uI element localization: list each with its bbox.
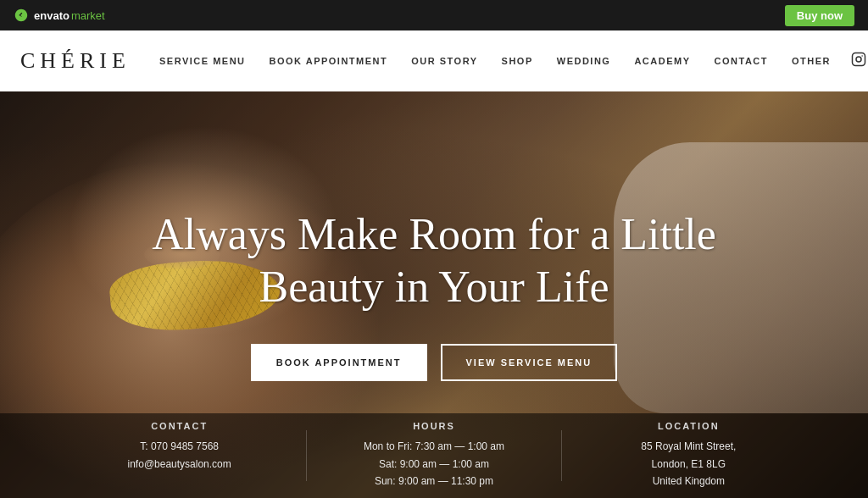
contact-phone: T: 070 9485 7568 (70, 438, 289, 455)
nav-item-wedding[interactable]: WEDDING (545, 56, 623, 66)
nav-item-academy[interactable]: ACADEMY (622, 56, 702, 66)
hours-line3: Sun: 9:00 am — 11:30 pm (324, 473, 543, 490)
location-line3: United Kingdom (579, 473, 798, 490)
view-service-menu-button[interactable]: VIEW SERVICE MENU (441, 344, 618, 381)
contact-title: CONTACT (70, 421, 289, 431)
book-appointment-button[interactable]: BOOK APPOINTMENT (251, 344, 427, 381)
hero-buttons: BOOK APPOINTMENT VIEW SERVICE MENU (152, 344, 716, 381)
location-body: 85 Royal Mint Street, London, E1 8LG Uni… (579, 438, 798, 490)
location-line2: London, E1 8LG (579, 456, 798, 473)
hero-section: Always Make Room for a Little Beauty in … (0, 91, 868, 498)
contact-email: info@beautysalon.com (70, 456, 289, 473)
svg-point-2 (861, 55, 863, 57)
nav-item-shop[interactable]: SHOP (490, 56, 545, 66)
nav-bar: CHÉRIE SERVICE MENU BOOK APPOINTMENT OUR… (0, 30, 868, 91)
envato-icon (14, 8, 29, 23)
hours-title: HOURS (324, 421, 543, 431)
instagram-icon[interactable] (851, 52, 866, 70)
svg-point-1 (856, 57, 861, 62)
hero-title: Always Make Room for a Little Beauty in … (152, 208, 716, 314)
location-column: LOCATION 85 Royal Mint Street, London, E… (562, 421, 815, 490)
nav-item-service-menu[interactable]: SERVICE MENU (147, 56, 258, 66)
hours-line2: Sat: 9:00 am — 1:00 am (324, 456, 543, 473)
info-columns: CONTACT T: 070 9485 7568 info@beautysalo… (53, 421, 815, 490)
contact-column: CONTACT T: 070 9485 7568 info@beautysalo… (53, 421, 306, 490)
envato-logo: envatomarket (14, 8, 105, 23)
location-line1: 85 Royal Mint Street, (579, 438, 798, 455)
info-bar: CONTACT T: 070 9485 7568 info@beautysalo… (0, 413, 868, 498)
hours-column: HOURS Mon to Fri: 7:30 am — 1:00 am Sat:… (307, 421, 560, 490)
svg-rect-0 (853, 53, 865, 66)
top-bar: envatomarket Buy now (0, 0, 868, 30)
location-title: LOCATION (579, 421, 798, 431)
hours-line1: Mon to Fri: 7:30 am — 1:00 am (324, 438, 543, 455)
contact-body: T: 070 9485 7568 info@beautysalon.com (70, 438, 289, 473)
site-logo: CHÉRIE (20, 48, 114, 74)
nav-item-other[interactable]: OTHER (780, 56, 843, 66)
nav-item-contact[interactable]: CONTACT (703, 56, 780, 66)
hours-body: Mon to Fri: 7:30 am — 1:00 am Sat: 9:00 … (324, 438, 543, 490)
buy-now-button[interactable]: Buy now (785, 5, 854, 26)
main-nav: SERVICE MENU BOOK APPOINTMENT OUR STORY … (147, 56, 843, 66)
nav-item-our-story[interactable]: OUR STORY (399, 56, 489, 66)
social-icons (851, 52, 868, 70)
nav-item-book-appointment[interactable]: BOOK APPOINTMENT (258, 56, 400, 66)
envato-text: envato (34, 9, 70, 22)
hero-content: Always Make Room for a Little Beauty in … (152, 208, 716, 382)
market-text: market (71, 9, 105, 22)
